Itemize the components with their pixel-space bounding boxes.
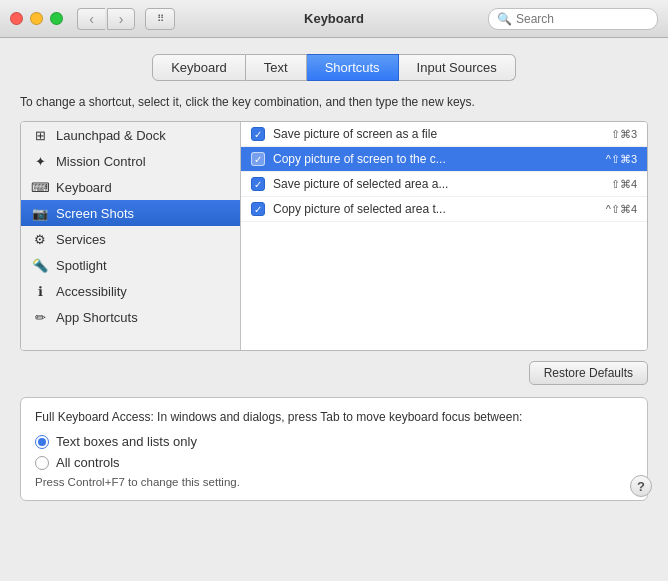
shortcut-key-save-area: ⇧⌘4 <box>611 178 637 191</box>
maximize-button[interactable] <box>50 12 63 25</box>
sidebar-item-app-shortcuts[interactable]: ✏ App Shortcuts <box>21 304 240 330</box>
main-panel: ⊞ Launchpad & Dock ✦ Mission Control ⌨ K… <box>20 121 648 351</box>
spotlight-icon: 🔦 <box>31 256 49 274</box>
radio-text-boxes-label: Text boxes and lists only <box>56 434 197 449</box>
search-bar[interactable]: 🔍 <box>488 8 658 30</box>
radio-all-controls-label: All controls <box>56 455 120 470</box>
bottom-section: Restore Defaults Full Keyboard Access: I… <box>20 361 648 501</box>
full-keyboard-section: Full Keyboard Access: In windows and dia… <box>20 397 648 501</box>
sidebar-item-spotlight[interactable]: 🔦 Spotlight <box>21 252 240 278</box>
info-text: To change a shortcut, select it, click t… <box>20 95 648 109</box>
checkbox-save-area[interactable]: ✓ <box>251 177 265 191</box>
pencil-icon: ✏ <box>31 308 49 326</box>
accessibility-icon: ℹ <box>31 282 49 300</box>
shortcuts-panel: ✓ Save picture of screen as a file ⇧⌘3 ✓… <box>241 122 647 350</box>
sidebar-item-label: Accessibility <box>56 284 127 299</box>
main-content: Keyboard Text Shortcuts Input Sources To… <box>0 38 668 511</box>
mission-icon: ✦ <box>31 152 49 170</box>
shortcut-label-copy-picture: Copy picture of screen to the c... <box>273 152 598 166</box>
keyboard-icon: ⌨ <box>31 178 49 196</box>
radio-text-boxes[interactable]: Text boxes and lists only <box>35 434 633 449</box>
shortcut-key-copy-picture: ^⇧⌘3 <box>606 153 637 166</box>
shortcut-label-copy-area: Copy picture of selected area t... <box>273 202 598 216</box>
search-icon: 🔍 <box>497 12 512 26</box>
sidebar: ⊞ Launchpad & Dock ✦ Mission Control ⌨ K… <box>21 122 241 350</box>
sidebar-item-label: Mission Control <box>56 154 146 169</box>
checkbox-copy-area[interactable]: ✓ <box>251 202 265 216</box>
full-keyboard-title: Full Keyboard Access: In windows and dia… <box>35 410 633 424</box>
shortcut-row-copy-picture[interactable]: ✓ Copy picture of screen to the c... ^⇧⌘… <box>241 147 647 172</box>
close-button[interactable] <box>10 12 23 25</box>
sidebar-item-keyboard[interactable]: ⌨ Keyboard <box>21 174 240 200</box>
apps-button[interactable]: ⠿ <box>145 8 175 30</box>
radio-text-boxes-indicator <box>35 435 49 449</box>
checkbox-save-picture[interactable]: ✓ <box>251 127 265 141</box>
tab-input-sources[interactable]: Input Sources <box>399 54 516 81</box>
minimize-button[interactable] <box>30 12 43 25</box>
window-title: Keyboard <box>304 11 364 26</box>
back-button[interactable]: ‹ <box>77 8 105 30</box>
tab-keyboard[interactable]: Keyboard <box>152 54 246 81</box>
sidebar-item-label: Screen Shots <box>56 206 134 221</box>
sidebar-item-accessibility[interactable]: ℹ Accessibility <box>21 278 240 304</box>
gear-icon: ⚙ <box>31 230 49 248</box>
restore-defaults-button[interactable]: Restore Defaults <box>529 361 648 385</box>
restore-btn-container: Restore Defaults <box>20 361 648 385</box>
tab-shortcuts[interactable]: Shortcuts <box>307 54 399 81</box>
help-button[interactable]: ? <box>630 475 652 497</box>
camera-icon: 📷 <box>31 204 49 222</box>
forward-button[interactable]: › <box>107 8 135 30</box>
grid-icon: ⊞ <box>31 126 49 144</box>
nav-buttons: ‹ › <box>77 8 135 30</box>
shortcut-key-save-picture: ⇧⌘3 <box>611 128 637 141</box>
radio-all-controls[interactable]: All controls <box>35 455 633 470</box>
shortcut-row-save-area[interactable]: ✓ Save picture of selected area a... ⇧⌘4 <box>241 172 647 197</box>
shortcut-row-save-picture[interactable]: ✓ Save picture of screen as a file ⇧⌘3 <box>241 122 647 147</box>
titlebar: ‹ › ⠿ Keyboard 🔍 <box>0 0 668 38</box>
checkbox-copy-picture[interactable]: ✓ <box>251 152 265 166</box>
sidebar-item-label: Keyboard <box>56 180 112 195</box>
shortcut-row-copy-area[interactable]: ✓ Copy picture of selected area t... ^⇧⌘… <box>241 197 647 222</box>
tab-text[interactable]: Text <box>246 54 307 81</box>
sidebar-item-label: Launchpad & Dock <box>56 128 166 143</box>
sidebar-item-mission-control[interactable]: ✦ Mission Control <box>21 148 240 174</box>
search-input[interactable] <box>516 12 656 26</box>
radio-all-controls-indicator <box>35 456 49 470</box>
tabs: Keyboard Text Shortcuts Input Sources <box>20 54 648 81</box>
traffic-lights <box>10 12 63 25</box>
sidebar-item-services[interactable]: ⚙ Services <box>21 226 240 252</box>
sidebar-item-label: Services <box>56 232 106 247</box>
sidebar-item-launchpad[interactable]: ⊞ Launchpad & Dock <box>21 122 240 148</box>
sidebar-item-label: App Shortcuts <box>56 310 138 325</box>
shortcut-label-save-picture: Save picture of screen as a file <box>273 127 603 141</box>
sidebar-item-label: Spotlight <box>56 258 107 273</box>
shortcut-label-save-area: Save picture of selected area a... <box>273 177 603 191</box>
help-note: Press Control+F7 to change this setting. <box>35 476 633 488</box>
shortcut-key-copy-area: ^⇧⌘4 <box>606 203 637 216</box>
sidebar-item-screen-shots[interactable]: 📷 Screen Shots <box>21 200 240 226</box>
